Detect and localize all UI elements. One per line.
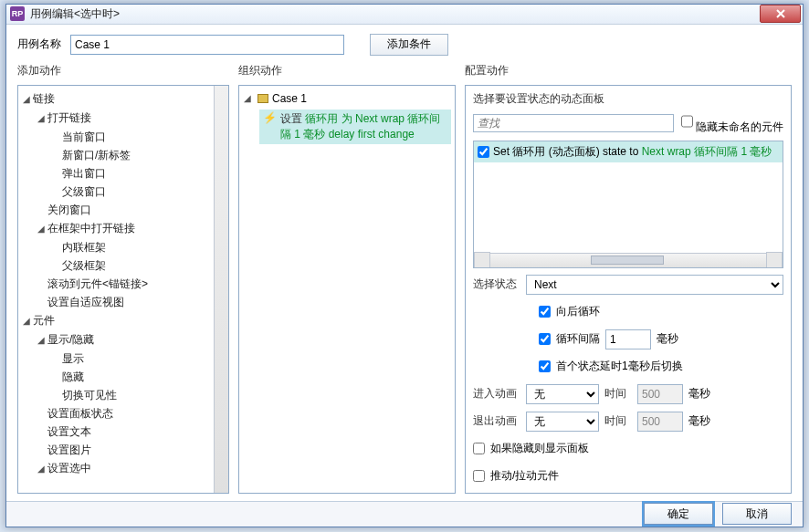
vertical-scrollbar[interactable] [214,86,228,493]
organize-actions-title: 组织动作 [238,63,456,81]
tree-item[interactable]: 父级窗口 [20,183,226,201]
tree-item[interactable]: 关闭窗口 [20,201,226,219]
horizontal-scrollbar[interactable] [474,253,783,267]
tree-item-label: 内联框架 [62,241,106,254]
loop-interval-checkbox[interactable] [539,333,551,345]
tree-item[interactable]: 内联框架 [20,238,226,256]
loop-interval-input[interactable] [605,329,651,349]
tree-item[interactable]: 显示 [20,349,226,368]
tree-item[interactable]: 弹出窗口 [20,164,226,183]
titlebar: RP 用例编辑<选中时> [6,5,803,25]
action-text: 设置 循环用 为 Next wrap 循环间隔 1 毫秒 delay first… [280,111,447,142]
actions-tree[interactable]: ◢链接◢打开链接当前窗口新窗口/新标签弹出窗口父级窗口关闭窗口◢在框架中打开链接… [18,86,228,482]
tree-item[interactable]: 设置面板状态 [20,404,226,422]
exit-anim-dropdown[interactable]: 无 [526,412,599,432]
hide-unnamed-checkbox[interactable] [681,112,693,130]
close-button[interactable] [760,5,801,23]
configure-action-title: 配置动作 [465,63,792,81]
widget-list[interactable]: Set 循环用 (动态面板) state to Next wrap 循环间隔 1… [473,141,783,268]
push-pull-checkbox[interactable] [473,470,485,482]
tree-item-label: 设置面板状态 [47,407,113,420]
show-if-hidden-checkbox[interactable] [473,443,485,454]
tree-item[interactable]: 滚动到元件<锚链接> [20,275,226,293]
search-input[interactable] [473,114,674,132]
scrollbar-thumb[interactable] [591,256,664,265]
wrap-back-checkbox[interactable] [539,306,551,318]
case-name-row: 用例名称 添加条件 [17,34,792,56]
enter-time-unit: 毫秒 [688,386,710,402]
tree-item[interactable]: ◢在框架中打开链接 [20,219,226,238]
columns: 添加动作 ◢链接◢打开链接当前窗口新窗口/新标签弹出窗口父级窗口关闭窗口◢在框架… [17,63,792,494]
list-item-text: Set 循环用 (动态面板) state to Next wrap 循环间隔 1… [493,144,772,160]
case-name-label: 用例名称 [17,37,63,52]
tree-item[interactable]: 父级框架 [20,256,226,275]
tree-item[interactable]: 当前窗口 [20,128,226,146]
tree-item[interactable]: ◢元件 [20,311,226,330]
tree-item[interactable]: 设置图片 [20,441,226,459]
enter-anim-label: 进入动画 [473,386,520,402]
enter-time-input[interactable] [637,384,683,404]
organize-panel: ◢ Case 1 ⚡ 设置 循环用 为 Next wrap 循环间隔 1 毫秒 … [238,85,456,494]
tree-item[interactable]: 新窗口/新标签 [20,146,226,164]
enter-time-label: 时间 [604,386,632,402]
case-node-label: Case 1 [272,89,307,108]
tree-item-label: 新窗口/新标签 [62,149,131,162]
loop-interval-unit: 毫秒 [657,331,678,347]
app-icon: RP [10,6,25,21]
case-node[interactable]: ◢ Case 1 [243,89,451,108]
add-condition-button[interactable]: 添加条件 [370,34,448,56]
select-state-label: 选择状态 [473,276,520,292]
dialog-title: 用例编辑<选中时> [30,6,120,22]
dialog-footer: 确定 取消 [6,501,803,527]
select-state-dropdown[interactable]: Next [526,275,783,295]
tree-item[interactable]: 切换可见性 [20,386,226,404]
exit-time-input[interactable] [637,412,683,432]
tree-item[interactable]: ◢打开链接 [20,109,226,128]
chevron-down-icon: ◢ [22,90,31,109]
tree-item-label: 设置自适应视图 [47,296,124,308]
list-item-checkbox[interactable] [478,146,489,158]
hide-unnamed-label[interactable]: 隐藏未命名的元件 [681,112,783,135]
delay-first-checkbox[interactable] [539,360,551,372]
tree-item-label: 元件 [33,314,55,327]
push-pull-label: 推动/拉动元件 [490,468,559,484]
loop-interval-row: 循环间隔 毫秒 [473,329,783,350]
tree-item[interactable]: 隐藏 [20,368,226,386]
cancel-button[interactable]: 取消 [722,503,792,525]
tree-item-label: 当前窗口 [62,130,106,143]
show-if-hidden-row: 如果隐藏则显示面板 [473,438,783,460]
organize-actions-column: 组织动作 ◢ Case 1 ⚡ 设置 循环用 为 Next wrap 循环间隔 … [238,63,456,494]
tree-item-label: 父级框架 [62,259,106,272]
chevron-down-icon: ◢ [243,89,252,108]
configure-panel: 选择要设置状态的动态面板 隐藏未命名的元件 Set 循环用 (动态面板) s [465,85,792,494]
tree-item-label: 弹出窗口 [62,167,106,180]
delay-first-label: 首个状态延时1毫秒后切换 [556,359,683,374]
add-actions-title: 添加动作 [17,63,229,81]
tree-item-label: 设置图片 [47,443,91,456]
folder-icon [257,94,268,103]
tree-item[interactable]: ◢显示/隐藏 [20,330,226,349]
tree-item[interactable]: 设置文本 [20,422,226,441]
tree-item[interactable]: ◢链接 [20,89,226,109]
action-node[interactable]: ⚡ 设置 循环用 为 Next wrap 循环间隔 1 毫秒 delay fir… [259,110,451,144]
select-panel-header: 选择要设置状态的动态面板 [473,91,783,107]
ok-button[interactable]: 确定 [644,503,713,525]
chevron-down-icon: ◢ [37,220,46,238]
exit-time-unit: 毫秒 [688,413,710,429]
tree-item-label: 滚动到元件<锚链接> [47,277,148,290]
tree-item[interactable]: ◢设置选中 [20,459,226,478]
delay-first-row: 首个状态延时1毫秒后切换 [473,356,783,378]
case-name-input[interactable] [70,35,344,55]
enter-anim-row: 进入动画 无 时间 毫秒 [473,383,783,405]
tree-item-label: 显示/隐藏 [47,333,94,346]
tree-item[interactable]: 设置自适应视图 [20,293,226,311]
hide-unnamed-text: 隐藏未命名的元件 [696,120,783,133]
bolt-icon: ⚡ [263,111,277,124]
exit-anim-label: 退出动画 [473,413,520,429]
tree-item-label: 显示 [62,352,84,365]
enter-anim-dropdown[interactable]: 无 [526,384,599,404]
list-item[interactable]: Set 循环用 (动态面板) state to Next wrap 循环间隔 1… [474,141,783,162]
exit-anim-row: 退出动画 无 时间 毫秒 [473,411,783,433]
close-icon [776,9,785,18]
select-state-row: 选择状态 Next [473,274,783,296]
